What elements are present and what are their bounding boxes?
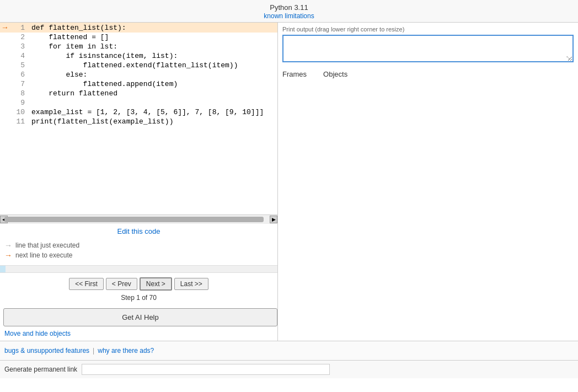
line-number: 11	[10, 117, 29, 126]
horizontal-scrollbar[interactable]: ◀ ▶	[0, 214, 277, 223]
line-arrow-indicator	[0, 79, 10, 89]
line-code: print(flatten_list(example_list))	[29, 117, 277, 126]
line-arrow-indicator	[0, 61, 10, 70]
table-row: 5 flattened.extend(flatten_list(item))	[0, 61, 277, 70]
separator: |	[93, 347, 94, 355]
line-code: example_list = [1, 2, [3, 4, [5, 6]], 7,…	[29, 108, 277, 117]
legend-next: → next line to execute	[4, 251, 273, 260]
line-number: 8	[10, 89, 29, 98]
line-arrow-indicator	[0, 98, 10, 108]
right-panel: Print output (drag lower right corner to…	[278, 23, 578, 341]
ads-link[interactable]: why are there ads?	[98, 347, 154, 355]
line-arrow-indicator	[0, 117, 10, 126]
scroll-right-arrow[interactable]: ▶	[270, 216, 277, 223]
print-output-label: Print output (drag lower right corner to…	[282, 26, 574, 33]
table-row: 11print(flatten_list(example_list))	[0, 117, 277, 126]
table-row: 4 if isinstance(item, list):	[0, 51, 277, 61]
frames-objects-tabs: Frames Objects	[282, 68, 574, 80]
next-arrow-icon: →	[4, 251, 12, 260]
code-table: →1def flatten_list(lst):2 flattened = []…	[0, 23, 277, 126]
line-number: 7	[10, 79, 29, 89]
legend-bar: → line that just executed → next line to…	[0, 239, 277, 263]
resize-handle-icon[interactable]: ⤡	[566, 55, 571, 60]
table-row: 2 flattened = []	[0, 33, 277, 42]
edit-code-link[interactable]: Edit this code	[117, 227, 160, 235]
prev-button[interactable]: < Prev	[106, 278, 137, 290]
table-row: 3 for item in lst:	[0, 42, 277, 51]
main-layout: →1def flatten_list(lst):2 flattened = []…	[0, 23, 578, 341]
line-arrow-indicator	[0, 33, 10, 42]
line-code	[29, 98, 277, 108]
table-row: →1def flatten_list(lst):	[0, 23, 277, 33]
print-output-box[interactable]: ⤡	[282, 35, 574, 62]
line-arrow-indicator: →	[0, 23, 10, 33]
first-button[interactable]: << First	[69, 278, 104, 290]
last-button[interactable]: Last >>	[174, 278, 208, 290]
line-arrow-indicator	[0, 70, 10, 79]
line-code: return flattened	[29, 89, 277, 98]
line-number: 10	[10, 108, 29, 117]
line-number: 6	[10, 70, 29, 79]
known-limitations-link[interactable]: known limitations	[264, 12, 314, 20]
bugs-link[interactable]: bugs & unsupported features	[4, 347, 89, 355]
python-version: Python 3.11	[0, 3, 578, 12]
line-number: 5	[10, 61, 29, 70]
line-code: if isinstance(item, list):	[29, 51, 277, 61]
line-number: 9	[10, 98, 29, 108]
scroll-thumb[interactable]	[4, 217, 264, 222]
legend-executed: → line that just executed	[4, 241, 273, 250]
legend-executed-label: line that just executed	[15, 241, 79, 249]
line-code: else:	[29, 70, 277, 79]
bottom-bar: bugs & unsupported features | why are th…	[0, 341, 578, 360]
code-area: →1def flatten_list(lst):2 flattened = []…	[0, 23, 277, 214]
line-code: flattened.extend(flatten_list(item))	[29, 61, 277, 70]
edit-link-bar: Edit this code	[0, 223, 277, 239]
line-number: 3	[10, 42, 29, 51]
line-number: 2	[10, 33, 29, 42]
navigation-buttons: << First < Prev Next > Last >>	[0, 275, 277, 293]
step-info: Step 1 of 70	[0, 293, 277, 305]
line-arrow-indicator	[0, 89, 10, 98]
line-code: flattened.append(item)	[29, 79, 277, 89]
left-panel: →1def flatten_list(lst):2 flattened = []…	[0, 23, 278, 341]
line-arrow-indicator	[0, 108, 10, 117]
table-row: 7 flattened.append(item)	[0, 79, 277, 89]
perm-link-label: Generate permanent link	[4, 366, 77, 373]
table-row: 10example_list = [1, 2, [3, 4, [5, 6]], …	[0, 108, 277, 117]
table-row: 8 return flattened	[0, 89, 277, 98]
line-code: def flatten_list(lst):	[29, 23, 277, 33]
line-number: 1	[10, 23, 29, 33]
frames-tab[interactable]: Frames	[282, 70, 307, 78]
progress-bar-container	[0, 265, 277, 273]
table-row: 9	[0, 98, 277, 108]
perm-link-bar: Generate permanent link	[0, 360, 578, 378]
line-arrow-indicator	[0, 51, 10, 61]
perm-link-input[interactable]	[82, 364, 330, 375]
line-arrow-indicator	[0, 42, 10, 51]
line-number: 4	[10, 51, 29, 61]
legend-next-label: next line to execute	[15, 251, 72, 259]
move-hide-link[interactable]: Move and hide objects	[4, 330, 273, 337]
objects-tab[interactable]: Objects	[323, 70, 347, 78]
executed-arrow-icon: →	[4, 241, 12, 250]
top-header: Python 3.11 known limitations	[0, 0, 578, 23]
table-row: 6 else:	[0, 70, 277, 79]
line-code: flattened = []	[29, 33, 277, 42]
line-code: for item in lst:	[29, 42, 277, 51]
ai-help-button[interactable]: Get AI Help	[3, 308, 277, 326]
next-button[interactable]: Next >	[140, 277, 172, 291]
progress-bar-fill	[0, 266, 6, 272]
